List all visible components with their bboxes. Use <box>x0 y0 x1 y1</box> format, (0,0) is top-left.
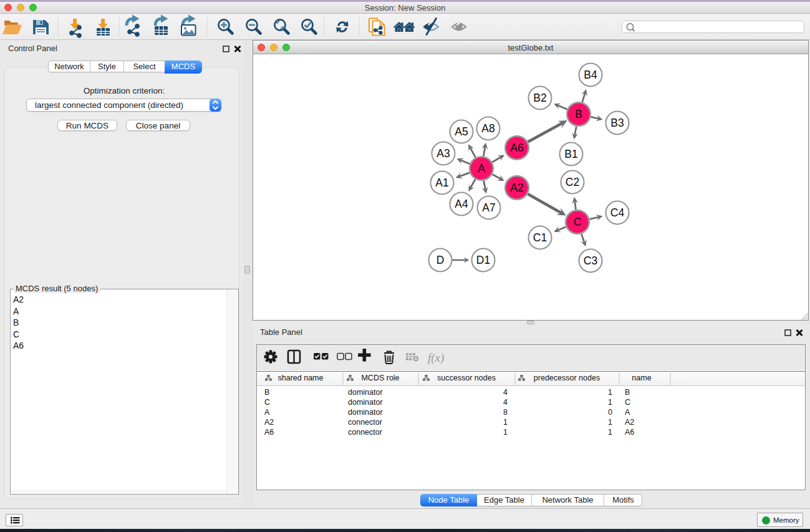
svg-text:A6: A6 <box>264 428 274 437</box>
svg-text:8: 8 <box>503 408 508 417</box>
svg-text:1: 1 <box>608 388 612 397</box>
svg-text:dominator: dominator <box>348 408 383 417</box>
svg-text:predecessor nodes: predecessor nodes <box>534 374 600 382</box>
svg-text:shared name: shared name <box>278 374 324 382</box>
svg-text:B3: B3 <box>610 117 624 129</box>
svg-text:B: B <box>264 388 269 397</box>
svg-text:A6: A6 <box>510 142 523 154</box>
svg-text:A4: A4 <box>455 198 468 210</box>
svg-text:C4: C4 <box>610 206 625 219</box>
svg-text:A2: A2 <box>264 418 274 427</box>
svg-text:A3: A3 <box>436 147 450 160</box>
svg-text:name: name <box>632 374 651 382</box>
svg-text:C2: C2 <box>566 176 579 188</box>
svg-text:A2: A2 <box>625 418 634 427</box>
svg-text:connector: connector <box>348 428 382 437</box>
svg-text:C: C <box>625 398 630 407</box>
svg-text:A: A <box>625 408 630 417</box>
svg-text:4: 4 <box>503 388 508 397</box>
svg-text:C: C <box>264 398 270 407</box>
svg-text:A2: A2 <box>510 181 523 194</box>
svg-text:A: A <box>264 408 270 417</box>
svg-text:A1: A1 <box>435 177 448 189</box>
svg-text:4: 4 <box>503 398 508 407</box>
svg-text:C: C <box>574 216 582 228</box>
svg-text:A: A <box>478 162 485 175</box>
svg-text:1: 1 <box>608 398 612 407</box>
svg-text:D: D <box>436 254 445 266</box>
svg-text:B: B <box>625 388 630 397</box>
svg-text:D1: D1 <box>476 254 490 266</box>
svg-text:successor nodes: successor nodes <box>437 374 496 382</box>
svg-text:1: 1 <box>503 428 508 437</box>
svg-text:connector: connector <box>348 418 382 427</box>
svg-text:C1: C1 <box>533 231 547 244</box>
svg-text:1: 1 <box>608 418 612 427</box>
svg-text:dominator: dominator <box>348 388 383 397</box>
svg-text:B1: B1 <box>564 148 577 160</box>
svg-text:1: 1 <box>503 418 508 427</box>
svg-text:A6: A6 <box>625 428 634 437</box>
svg-text:0: 0 <box>608 408 612 417</box>
svg-text:A8: A8 <box>481 122 494 135</box>
svg-text:MCDS role: MCDS role <box>361 374 399 382</box>
svg-text:A5: A5 <box>455 125 468 138</box>
svg-text:B: B <box>575 108 582 120</box>
svg-text:A7: A7 <box>482 201 495 214</box>
svg-text:1: 1 <box>608 428 612 437</box>
svg-text:B2: B2 <box>533 92 546 104</box>
svg-text:C3: C3 <box>584 254 597 267</box>
svg-text:dominator: dominator <box>348 398 383 407</box>
svg-text:B4: B4 <box>584 69 597 81</box>
